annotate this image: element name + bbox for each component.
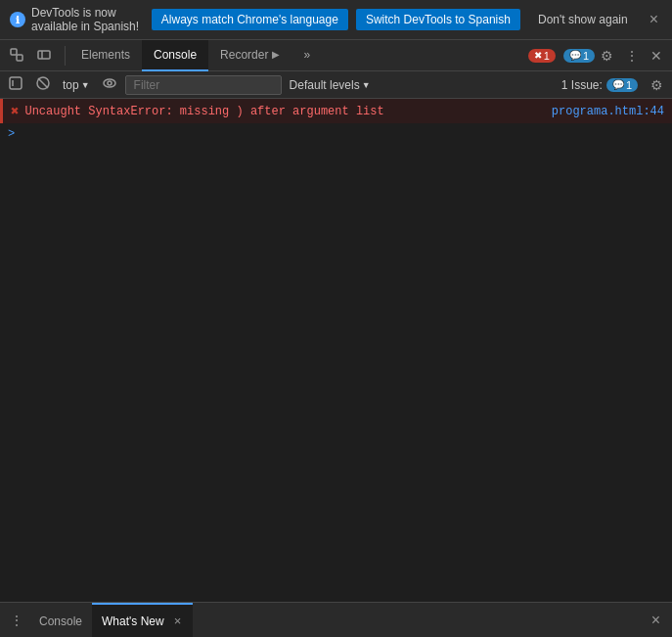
- cursor-icon-button[interactable]: [4, 44, 29, 68]
- devtools-tab-bar: Elements Console Recorder ▶ » ✖ 1 💬 1 ⚙ …: [0, 40, 672, 71]
- svg-point-8: [104, 79, 115, 87]
- bottom-panel-close-button[interactable]: ×: [644, 608, 668, 633]
- issues-label: 1 Issue:: [561, 78, 603, 92]
- bottom-console-label: Console: [39, 614, 82, 628]
- cursor-symbol: >: [8, 127, 15, 141]
- console-toolbar: top ▼ Default levels ▼ 1 Issue: 💬 1 ⚙: [0, 71, 672, 99]
- levels-arrow-icon: ▼: [362, 80, 371, 90]
- devtools-icon-group: [4, 44, 57, 68]
- eye-icon-button[interactable]: [98, 73, 121, 96]
- bottom-tab-console[interactable]: Console: [29, 603, 92, 638]
- execute-icon-button[interactable]: [4, 73, 27, 96]
- bottom-whats-new-label: What's New: [102, 614, 164, 628]
- error-icon: ✖: [11, 103, 19, 119]
- more-options-icon-button[interactable]: ⋮: [619, 45, 645, 67]
- svg-line-7: [38, 78, 48, 88]
- bottom-menu-icon-button[interactable]: ⋮: [4, 609, 29, 632]
- tab-more[interactable]: »: [291, 40, 322, 71]
- dont-show-button[interactable]: Don't show again: [528, 9, 638, 30]
- issues-count-badge[interactable]: 💬 1: [606, 78, 638, 92]
- tab-elements[interactable]: Elements: [69, 40, 142, 71]
- devtools-close-icon-button[interactable]: ✕: [645, 45, 668, 67]
- bottom-tab-bar: ⋮ Console What's New × ×: [0, 602, 672, 637]
- error-x-icon: ✖: [534, 50, 542, 61]
- settings-icon-button[interactable]: ⚙: [595, 45, 619, 67]
- whats-new-close-button[interactable]: ×: [172, 614, 184, 628]
- tab-console[interactable]: Console: [142, 40, 208, 71]
- filter-input[interactable]: [125, 75, 282, 95]
- info-bubble-icon: 💬: [569, 50, 581, 61]
- svg-rect-2: [38, 51, 50, 59]
- error-count-badge[interactable]: ✖ 1: [528, 49, 556, 63]
- switch-spanish-button[interactable]: Switch DevTools to Spanish: [356, 9, 520, 30]
- bottom-tab-whats-new[interactable]: What's New ×: [92, 603, 193, 638]
- match-language-button[interactable]: Always match Chrome's language: [152, 9, 348, 30]
- clear-icon-button[interactable]: [31, 73, 55, 96]
- error-source-link[interactable]: programa.html:44: [552, 105, 664, 118]
- info-badge: 💬 1: [563, 49, 595, 63]
- notification-message: DevTools is now available in Spanish!: [31, 6, 144, 33]
- svg-rect-1: [17, 55, 22, 61]
- error-text: Uncaught SyntaxError: missing ) after ar…: [24, 105, 383, 118]
- console-output: ✖ Uncaught SyntaxError: missing ) after …: [0, 99, 672, 602]
- svg-rect-0: [11, 49, 17, 55]
- info-icon: ℹ: [10, 12, 25, 27]
- notification-info: ℹ DevTools is now available in Spanish!: [10, 6, 144, 33]
- notification-close-button[interactable]: ×: [646, 12, 662, 27]
- console-cursor-line: >: [0, 123, 672, 145]
- tab-divider: [65, 46, 66, 66]
- recorder-icon: ▶: [272, 49, 280, 60]
- context-selector[interactable]: top ▼: [59, 76, 94, 94]
- tab-recorder[interactable]: Recorder ▶: [208, 40, 291, 71]
- svg-rect-4: [10, 77, 22, 89]
- default-levels-label: Default levels: [290, 78, 360, 92]
- issues-bubble-icon: 💬: [612, 79, 624, 90]
- notification-bar: ℹ DevTools is now available in Spanish! …: [0, 0, 672, 40]
- console-settings-icon-button[interactable]: ⚙: [646, 75, 668, 95]
- context-arrow-icon: ▼: [81, 80, 90, 90]
- info-count-badge[interactable]: 💬 1: [563, 49, 595, 63]
- svg-point-9: [108, 81, 112, 85]
- context-label: top: [63, 78, 79, 92]
- responsive-icon-button[interactable]: [31, 44, 57, 68]
- error-badge: ✖ 1: [528, 49, 556, 63]
- issues-badge: 1 Issue: 💬 1: [558, 78, 642, 92]
- error-line: ✖ Uncaught SyntaxError: missing ) after …: [0, 99, 672, 123]
- default-levels-button[interactable]: Default levels ▼: [286, 76, 375, 94]
